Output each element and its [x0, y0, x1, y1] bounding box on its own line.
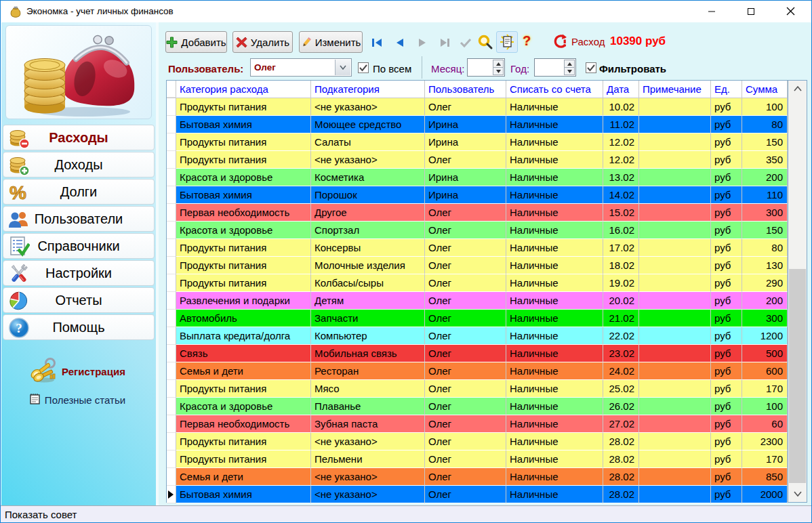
cell-account: Наличные — [506, 362, 603, 380]
cell-category: Бытовая химия — [176, 186, 311, 204]
edit-button[interactable]: Изменить — [299, 31, 363, 53]
apply-check-icon[interactable] — [459, 37, 472, 48]
column-header[interactable]: Пользователь — [425, 81, 506, 98]
user-combobox[interactable]: Олег — [250, 58, 352, 77]
cell-account: Наличные — [506, 274, 603, 292]
cell-subcategory: Порошок — [311, 186, 425, 204]
year-up-icon[interactable] — [564, 60, 575, 67]
column-header[interactable]: Дата — [603, 81, 639, 98]
sidebar-item-4[interactable]: Справочники — [3, 233, 155, 259]
cell-note — [639, 327, 711, 345]
table-row[interactable]: Первая необходимостьДругоеОлегНаличные15… — [167, 204, 788, 222]
report-button[interactable] — [496, 31, 518, 53]
cell-date: 14.02 — [603, 186, 639, 204]
help-circle-icon: ? — [8, 317, 30, 339]
cell-note — [639, 451, 711, 468]
column-header[interactable]: Категория расхода — [176, 81, 311, 98]
month-down-icon[interactable] — [493, 67, 504, 75]
table-row[interactable]: Продукты питания<не указано>ОлегНаличные… — [167, 98, 788, 116]
cell-date: 28.02 — [603, 433, 639, 451]
cell-date: 11.02 — [603, 116, 639, 133]
table-row[interactable]: Выплата кредита/долгаКомпьютерОлегНаличн… — [167, 327, 788, 345]
table-row[interactable]: Красота и здоровьеКосметикаИринаНаличные… — [167, 169, 788, 186]
sidebar-item-6[interactable]: Отчеты — [3, 287, 155, 313]
year-down-icon[interactable] — [564, 67, 575, 75]
year-spinner[interactable] — [534, 58, 576, 77]
table-row[interactable]: Бытовая химияПорошокИринаНаличные14.02ру… — [167, 186, 788, 204]
table-row[interactable]: Развлечения и подаркиДетямОлегНаличные20… — [167, 292, 788, 310]
table-row[interactable]: Бытовая химияМоющее средствоИринаНаличны… — [167, 116, 788, 133]
nav-first-icon[interactable] — [371, 37, 384, 48]
delete-button[interactable]: Удалить — [232, 31, 293, 53]
table-row[interactable]: Продукты питания<не указано>ОлегНаличные… — [167, 433, 788, 451]
column-header[interactable]: Примечание — [639, 81, 711, 98]
table-row[interactable]: Продукты питания<не указано>ОлегНаличные… — [167, 151, 788, 169]
table-row[interactable]: Продукты питанияМолочные изделияОлегНали… — [167, 257, 788, 274]
filter-checkbox[interactable] — [586, 62, 596, 73]
column-header[interactable]: Подкатегория — [311, 81, 425, 98]
all-users-checkbox[interactable] — [358, 62, 369, 73]
cell-date: 20.02 — [603, 292, 639, 310]
cell-account: Наличные — [506, 222, 603, 239]
table-row[interactable]: Продукты питанияКолбасы/сырыОлегНаличные… — [167, 274, 788, 292]
sidebar-item-2[interactable]: %Долги — [3, 179, 155, 205]
table-row[interactable]: Бытовая химия<не указано>ОлегНаличные28.… — [167, 486, 788, 503]
cell-subcategory: <не указано> — [311, 486, 425, 503]
table-row[interactable]: Семья и детиРесторанОлегНаличные24.02руб… — [167, 362, 788, 380]
table-row[interactable]: Продукты питанияМясоОлегНаличные25.02руб… — [167, 380, 788, 398]
close-button[interactable] — [775, 1, 806, 22]
nav-last-icon[interactable] — [438, 37, 451, 48]
sidebar-item-1[interactable]: Доходы — [3, 152, 155, 177]
nav-prev-icon[interactable] — [393, 37, 407, 48]
scrollbar-thumb[interactable] — [789, 269, 806, 483]
table-row[interactable]: Первая необходимостьЗубная пастаОлегНали… — [167, 415, 788, 433]
cell-user: Олег — [425, 239, 506, 257]
cell-subcategory: <не указано> — [311, 468, 425, 486]
cell-subcategory: Мясо — [311, 380, 425, 398]
cell-date: 23.02 — [603, 345, 639, 362]
sidebar-item-label: Справочники — [37, 238, 119, 254]
cell-note — [639, 292, 711, 310]
cell-amount: 2000 — [742, 486, 788, 503]
maximize-button[interactable] — [735, 1, 767, 22]
sidebar-item-0[interactable]: Расходы — [3, 125, 155, 150]
table-row[interactable]: Красота и здоровьеСпортзалОлегНаличные16… — [167, 222, 788, 239]
nav-next-icon[interactable] — [415, 37, 429, 48]
table-row[interactable]: Продукты питанияКонсервыОлегНаличные17.0… — [167, 239, 788, 257]
column-header[interactable]: Ед. — [711, 81, 742, 98]
table-row[interactable]: Семья и дети<не указано>ОлегНаличные28.0… — [167, 468, 788, 486]
table-row[interactable]: Красота и здоровьеПлаваньеОлегНаличные26… — [167, 398, 788, 415]
search-icon[interactable] — [477, 34, 493, 53]
vertical-scrollbar[interactable] — [788, 81, 807, 502]
cell-date: 22.02 — [603, 327, 639, 345]
cell-account: Наличные — [506, 345, 603, 362]
cell-amount: 150 — [742, 222, 788, 239]
cell-user: Олег — [425, 327, 506, 345]
useful-articles-link[interactable]: Полезные статьи — [1, 392, 153, 407]
expense-summary-value: 10390 руб — [610, 35, 666, 48]
cell-user: Ирина — [425, 116, 506, 133]
cell-account: Наличные — [506, 239, 603, 257]
sidebar-item-5[interactable]: Настройки — [3, 260, 155, 286]
month-spinner[interactable] — [467, 58, 505, 77]
cell-subcategory: Спортзал — [311, 222, 425, 239]
sidebar-item-7[interactable]: ?Помощь — [3, 314, 155, 340]
registration-button[interactable]: Регистрация — [1, 354, 153, 388]
scroll-down-icon[interactable] — [788, 487, 807, 501]
row-indicator — [167, 451, 176, 468]
chevron-down-icon[interactable] — [335, 60, 350, 75]
table-row[interactable]: Продукты питанияСалатыИринаНаличные12.02… — [167, 133, 788, 151]
sidebar-item-3[interactable]: Пользователи — [3, 206, 155, 232]
minimize-button[interactable] — [696, 1, 727, 22]
table-row[interactable]: АвтомобильЗапчастиОлегНаличные21.02руб30… — [167, 310, 788, 327]
table-row[interactable]: СвязьМобильная связьОлегНаличные23.02руб… — [167, 345, 788, 362]
month-up-icon[interactable] — [493, 60, 504, 67]
help-icon[interactable]: ? — [523, 33, 531, 49]
column-header[interactable]: Списать со счета — [506, 81, 603, 98]
refresh-icon[interactable] — [553, 34, 568, 51]
scroll-up-icon[interactable] — [788, 82, 807, 96]
cell-amount: 600 — [742, 362, 788, 380]
add-button[interactable]: Добавить — [165, 31, 227, 53]
table-row[interactable]: Продукты питанияПельмениОлегНаличные28.0… — [167, 451, 788, 468]
column-header[interactable]: Сумма — [742, 81, 788, 98]
